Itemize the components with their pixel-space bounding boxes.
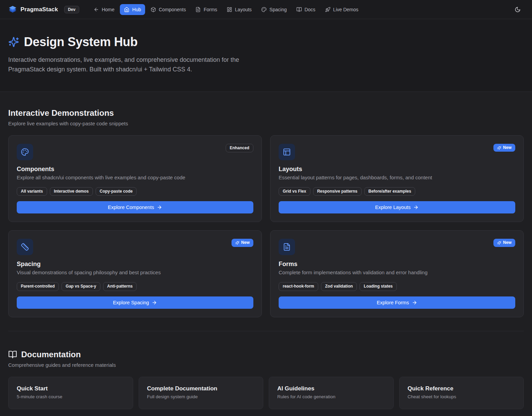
tag: Gap vs Space-y: [61, 282, 100, 291]
nav-item-spacing[interactable]: Spacing: [257, 4, 291, 15]
explore-forms-button[interactable]: Explore Forms: [279, 296, 515, 309]
moon-icon: [515, 6, 521, 13]
card-title: Components: [17, 166, 253, 173]
card-title: Spacing: [17, 261, 253, 268]
nav-item-live-demos[interactable]: Live Demos: [321, 4, 363, 15]
tag: Interactive demos: [50, 187, 93, 196]
explore-layouts-button[interactable]: Explore Layouts: [279, 201, 515, 213]
demo-card-spacing: New Spacing Visual demonstrations of spa…: [8, 230, 262, 317]
sparkles-icon: [497, 241, 501, 245]
sparkles-icon: [235, 241, 239, 245]
demos-heading: Interactive Demonstrations: [8, 108, 524, 118]
tag: react-hook-form: [279, 282, 318, 291]
demo-card-layouts: New Layouts Essential layout patterns fo…: [270, 135, 524, 222]
interactive-demos-section: Interactive Demonstrations Explore live …: [8, 108, 524, 317]
tag-list: Grid vs FlexResponsive patternsBefore/af…: [279, 187, 515, 196]
card-title: Forms: [279, 261, 515, 268]
main-nav: Home Hub Components Forms Layouts Spacin…: [89, 4, 363, 15]
doc-card-quick-reference[interactable]: Quick Reference Cheat sheet for lookups: [399, 377, 524, 409]
main-content: Interactive Demonstrations Explore live …: [0, 108, 532, 415]
card-title: Layouts: [279, 166, 515, 173]
layout-dashboard-icon: [227, 7, 232, 12]
explore-components-button[interactable]: Explore Components: [17, 201, 253, 213]
arrow-right-icon: [412, 300, 417, 305]
nav-item-label: Layouts: [235, 7, 252, 12]
hero-section: Design System Hub Interactive demonstrat…: [0, 19, 532, 92]
page-subtitle: Interactive demonstrations, live example…: [8, 55, 263, 74]
arrow-right-icon: [152, 300, 157, 305]
tag: Before/after examples: [364, 187, 415, 196]
arrow-right-icon: [157, 205, 162, 210]
card-description: Complete form implementations with valid…: [279, 269, 515, 275]
palette-icon: [17, 144, 33, 160]
nav-item-label: Live Demos: [333, 7, 359, 12]
doc-card-title: AI Guidelines: [277, 385, 385, 392]
page-title: Design System Hub: [24, 35, 138, 49]
enhanced-badge: Enhanced: [226, 144, 253, 153]
nav-item-label: Spacing: [269, 7, 287, 12]
nav-item-docs[interactable]: Docs: [292, 4, 320, 15]
panels-top-left-icon: [279, 144, 295, 160]
documentation-section: Documentation Comprehensive guides and r…: [8, 350, 524, 409]
home-icon: [124, 7, 129, 12]
tag-list: react-hook-formZod validationLoading sta…: [279, 282, 515, 291]
doc-card-description: Cheat sheet for lookups: [408, 394, 516, 399]
tag: Zod validation: [321, 282, 357, 291]
tag: Loading states: [360, 282, 397, 291]
tag-list: All variantsInteractive demosCopy-paste …: [17, 187, 253, 196]
demo-card-forms: New Forms Complete form implementations …: [270, 230, 524, 317]
nav-item-layouts[interactable]: Layouts: [223, 4, 256, 15]
arrow-right-icon: [413, 205, 419, 210]
book-open-icon: [296, 7, 302, 12]
nav-item-label: Forms: [204, 7, 217, 12]
doc-card-title: Quick Start: [17, 385, 125, 392]
doc-card-complete-documentation[interactable]: Complete Documentation Full design syste…: [139, 377, 264, 409]
ruler-icon: [17, 239, 33, 255]
sparkles-icon: [8, 37, 19, 47]
new-badge: New: [493, 239, 515, 247]
nav-item-label: Hub: [132, 7, 141, 12]
nav-item-hub[interactable]: Hub: [120, 4, 145, 15]
card-description: Essential layout patterns for pages, das…: [279, 175, 515, 180]
doc-card-ai-guidelines[interactable]: AI Guidelines Rules for AI code generati…: [269, 377, 394, 409]
tag: Parent-controlled: [17, 282, 59, 291]
dev-badge: Dev: [64, 6, 79, 13]
card-description: Explore all shadcn/ui components with li…: [17, 175, 253, 180]
doc-card-description: 5-minute crash course: [17, 394, 125, 399]
palette-icon: [261, 7, 267, 12]
file-text-icon: [195, 7, 201, 12]
top-navbar: PragmaStack Dev Home Hub Components Form…: [0, 0, 532, 19]
tag: Responsive patterns: [313, 187, 362, 196]
nav-item-components[interactable]: Components: [146, 4, 190, 15]
layers-logo-icon: [8, 5, 17, 14]
demo-card-components: Enhanced Components Explore all shadcn/u…: [8, 135, 262, 222]
demo-grid: Enhanced Components Explore all shadcn/u…: [8, 135, 524, 317]
nav-item-label: Components: [159, 7, 186, 12]
nav-item-forms[interactable]: Forms: [191, 4, 221, 15]
tag: Anti-patterns: [103, 282, 137, 291]
file-text-icon: [279, 239, 295, 255]
brand-name: PragmaStack: [20, 6, 58, 13]
nav-item-home[interactable]: Home: [89, 4, 118, 15]
doc-card-title: Complete Documentation: [147, 385, 255, 392]
doc-card-description: Full design system guide: [147, 394, 255, 399]
new-badge: New: [232, 239, 253, 247]
tag: Copy-paste code: [96, 187, 137, 196]
docs-heading: Documentation: [21, 350, 81, 359]
section-divider: [8, 331, 524, 331]
explore-spacing-button[interactable]: Explore Spacing: [17, 296, 253, 309]
doc-card-quick-start[interactable]: Quick Start 5-minute crash course: [8, 377, 133, 409]
rocket-icon: [325, 7, 331, 12]
tag: Grid vs Flex: [279, 187, 310, 196]
doc-card-description: Rules for AI code generation: [277, 394, 385, 399]
doc-card-title: Quick Reference: [408, 385, 516, 392]
theme-toggle-button[interactable]: [512, 3, 524, 16]
sparkles-icon: [497, 146, 501, 150]
tag-list: Parent-controlledGap vs Space-yAnti-patt…: [17, 282, 253, 291]
box-icon: [151, 7, 156, 12]
brand[interactable]: PragmaStack Dev: [8, 5, 79, 14]
docs-subheading: Comprehensive guides and reference mater…: [8, 362, 524, 368]
nav-item-label: Home: [102, 7, 114, 12]
tag: All variants: [17, 187, 47, 196]
demos-subheading: Explore live examples with copy-paste co…: [8, 121, 524, 126]
